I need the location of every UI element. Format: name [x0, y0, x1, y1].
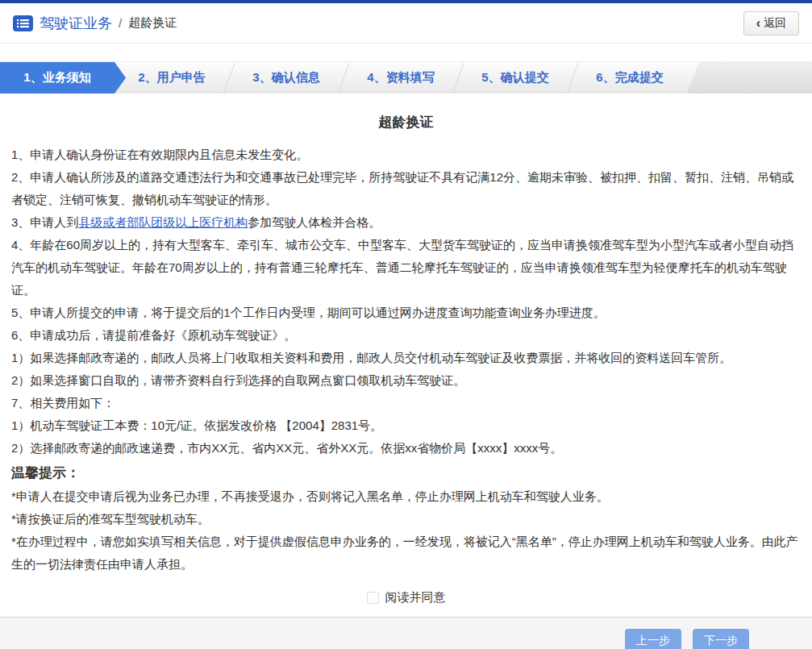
notice-content: 超龄换证 1、申请人确认身份证在有效期限内且信息未发生变化。 2、申请人确认所涉…: [0, 114, 812, 605]
step-progress-bar: 1、业务须知 2、用户申告 3、确认信息 4、资料填写 5、确认提交 6、完成提…: [0, 61, 812, 94]
agree-checkbox-label[interactable]: 阅读并同意: [385, 590, 446, 605]
notice-item-3-suffix: 参加驾驶人体检并合格。: [248, 215, 381, 229]
notice-item-1: 1、申请人确认身份证在有效期限内且信息未发生变化。: [11, 144, 801, 166]
step-label: 1、业务须知: [23, 70, 90, 85]
breadcrumb-separator: /: [119, 16, 122, 30]
next-step-button[interactable]: 下一步: [693, 629, 749, 649]
notice-item-6-sub-2: 2）如果选择窗口自取的，请带齐资料自行到选择的自取网点窗口领取机动车驾驶证。: [11, 369, 801, 392]
notice-item-7-sub-2: 2）选择邮政寄递的邮政速递费，市内XX元、省内XX元、省外XX元。依据xx省物价…: [11, 437, 801, 460]
notice-item-7-sub-1: 1）机动车驾驶证工本费：10元/证。依据发改价格 【2004】2831号。: [11, 414, 801, 437]
step-bar-tail: [687, 62, 812, 94]
previous-step-button[interactable]: 上一步: [625, 629, 681, 649]
step-5-confirm-submit[interactable]: 5、确认提交: [458, 62, 573, 94]
page-title-heading: 超龄换证: [11, 114, 801, 131]
footer-action-bar: 上一步 下一步: [0, 617, 812, 649]
step-2-user-declaration[interactable]: 2、用户申告: [115, 62, 229, 94]
tip-2: *请按换证后的准驾车型驾驶机动车。: [11, 508, 801, 530]
step-label: 2、用户申告: [138, 70, 205, 85]
back-button-label: 返回: [764, 16, 786, 31]
notice-item-2: 2、申请人确认所涉及的道路交通违法行为和交通事故已处理完毕，所持驾驶证不具有记满…: [11, 166, 801, 211]
tips-heading: 温馨提示：: [11, 461, 801, 485]
breadcrumb-current: 超龄换证: [128, 15, 177, 31]
step-3-confirm-info[interactable]: 3、确认信息: [229, 62, 344, 94]
step-4-fill-materials[interactable]: 4、资料填写: [344, 62, 458, 94]
step-6-complete-submit[interactable]: 6、完成提交: [573, 62, 687, 94]
notice-item-5: 5、申请人所提交的申请，将于提交后的1个工作日内受理，期间可以通过网办进度查询功…: [11, 302, 801, 324]
tip-1: *申请人在提交申请后视为业务已办理，不再接受退办，否则将记入黑名单，停止办理网上…: [11, 485, 801, 508]
step-label: 5、确认提交: [481, 70, 548, 85]
step-label: 3、确认信息: [252, 70, 319, 85]
page-header: 驾驶证业务 / 超龄换证 ‹ 返回: [0, 3, 812, 44]
step-1-business-notice[interactable]: 1、业务须知: [0, 62, 126, 94]
back-button[interactable]: ‹ 返回: [743, 11, 799, 35]
notice-item-4: 4、年龄在60周岁以上的，持有大型客车、牵引车、城市公交车、中型客车、大型货车驾…: [11, 234, 801, 302]
tip-3: *在办理过程中，请您如实填写相关信息，对于提供虚假信息申办业务的，一经发现，将被…: [11, 530, 801, 576]
breadcrumb-section[interactable]: 驾驶证业务: [40, 14, 112, 33]
license-list-icon: [13, 15, 33, 31]
agreement-row: 阅读并同意: [11, 590, 801, 605]
medical-institution-link[interactable]: 县级或者部队团级以上医疗机构: [78, 215, 248, 229]
notice-item-3-prefix: 3、申请人到: [11, 215, 78, 229]
notice-item-6-sub-1: 1）如果选择邮政寄递的，邮政人员将上门收取相关资料和费用，邮政人员交付机动车驾驶…: [11, 347, 801, 369]
back-chevron-icon: ‹: [756, 17, 760, 30]
notice-item-6: 6、申请成功后，请提前准备好《原机动车驾驶证》。: [11, 324, 801, 347]
notice-item-3: 3、申请人到县级或者部队团级以上医疗机构参加驾驶人体检并合格。: [11, 211, 801, 234]
step-label: 4、资料填写: [367, 70, 434, 85]
agree-checkbox[interactable]: [367, 592, 379, 604]
notice-item-7: 7、相关费用如下：: [11, 392, 801, 414]
step-label: 6、完成提交: [596, 70, 663, 85]
